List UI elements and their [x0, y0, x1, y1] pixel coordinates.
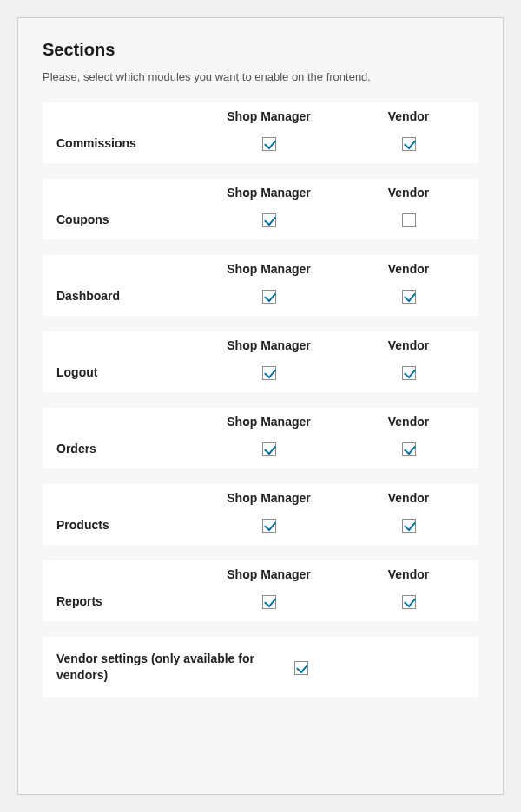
column-header-vendor: Vendor — [339, 262, 478, 281]
coupons-vendor-checkbox[interactable] — [402, 213, 416, 227]
section-value-row: Products — [43, 510, 478, 533]
header-spacer — [43, 577, 199, 578]
commissions-vendor-checkbox[interactable] — [402, 137, 416, 151]
reports-vendor-checkbox[interactable] — [402, 595, 416, 609]
section-header-row: Shop ManagerVendor — [43, 491, 478, 510]
header-spacer — [43, 348, 199, 349]
column-header-shop-manager: Shop Manager — [199, 415, 339, 434]
page-title: Sections — [43, 40, 478, 60]
section-value-row: Coupons — [43, 205, 478, 227]
header-spacer — [43, 119, 199, 120]
column-header-shop-manager: Shop Manager — [199, 491, 339, 510]
section-header-row: Shop ManagerVendor — [43, 109, 478, 128]
coupons-shop-manager-checkbox[interactable] — [262, 213, 276, 227]
dashboard-shop-manager-checkbox[interactable] — [262, 290, 276, 304]
dashboard-vendor-checkbox[interactable] — [402, 290, 416, 304]
section-label: Dashboard — [43, 289, 199, 303]
section-header-row: Shop ManagerVendor — [43, 567, 478, 586]
commissions-shop-manager-checkbox[interactable] — [262, 137, 276, 151]
column-header-shop-manager: Shop Manager — [199, 567, 339, 586]
section-label: Reports — [43, 594, 199, 608]
column-header-vendor: Vendor — [339, 338, 478, 357]
section-coupons: Shop ManagerVendorCoupons — [43, 179, 478, 239]
vendor-settings-label: Vendor settings (only available for vend… — [43, 651, 268, 684]
vendor-settings-row: Vendor settings (only available for vend… — [43, 637, 478, 697]
section-label: Orders — [43, 442, 199, 455]
column-header-shop-manager: Shop Manager — [199, 262, 339, 281]
page-description: Please, select which modules you want to… — [43, 70, 478, 83]
column-header-vendor: Vendor — [339, 186, 478, 205]
sections-list: Shop ManagerVendorCommissionsShop Manage… — [43, 102, 478, 621]
column-header-vendor: Vendor — [339, 415, 478, 434]
header-spacer — [43, 195, 199, 196]
column-header-shop-manager: Shop Manager — [199, 109, 339, 128]
column-header-shop-manager: Shop Manager — [199, 338, 339, 357]
column-header-vendor: Vendor — [339, 109, 478, 128]
section-reports: Shop ManagerVendorReports — [43, 560, 478, 621]
header-spacer — [43, 272, 199, 272]
logout-shop-manager-checkbox[interactable] — [262, 366, 276, 380]
vendor-settings-checkbox[interactable] — [294, 661, 308, 675]
section-label: Products — [43, 518, 199, 532]
orders-shop-manager-checkbox[interactable] — [262, 442, 276, 456]
section-value-row: Reports — [43, 586, 478, 609]
header-spacer — [43, 501, 199, 501]
section-commissions: Shop ManagerVendorCommissions — [43, 102, 478, 163]
reports-shop-manager-checkbox[interactable] — [262, 595, 276, 609]
section-header-row: Shop ManagerVendor — [43, 262, 478, 281]
section-dashboard: Shop ManagerVendorDashboard — [43, 255, 478, 316]
section-value-row: Dashboard — [43, 281, 478, 304]
column-header-vendor: Vendor — [339, 567, 478, 586]
column-header-shop-manager: Shop Manager — [199, 186, 339, 205]
section-logout: Shop ManagerVendorLogout — [43, 331, 478, 392]
section-value-row: Logout — [43, 357, 478, 380]
section-header-row: Shop ManagerVendor — [43, 338, 478, 357]
section-header-row: Shop ManagerVendor — [43, 415, 478, 434]
products-shop-manager-checkbox[interactable] — [262, 519, 276, 533]
section-label: Logout — [43, 365, 199, 379]
header-spacer — [43, 424, 199, 425]
sections-panel: Sections Please, select which modules yo… — [17, 17, 504, 795]
logout-vendor-checkbox[interactable] — [402, 366, 416, 380]
section-products: Shop ManagerVendorProducts — [43, 484, 478, 545]
products-vendor-checkbox[interactable] — [402, 519, 416, 533]
section-value-row: Commissions — [43, 128, 478, 151]
section-value-row: Orders — [43, 434, 478, 456]
section-label: Coupons — [43, 213, 199, 226]
section-header-row: Shop ManagerVendor — [43, 186, 478, 205]
orders-vendor-checkbox[interactable] — [402, 442, 416, 456]
section-label: Commissions — [43, 136, 199, 150]
column-header-vendor: Vendor — [339, 491, 478, 510]
section-orders: Shop ManagerVendorOrders — [43, 408, 478, 468]
